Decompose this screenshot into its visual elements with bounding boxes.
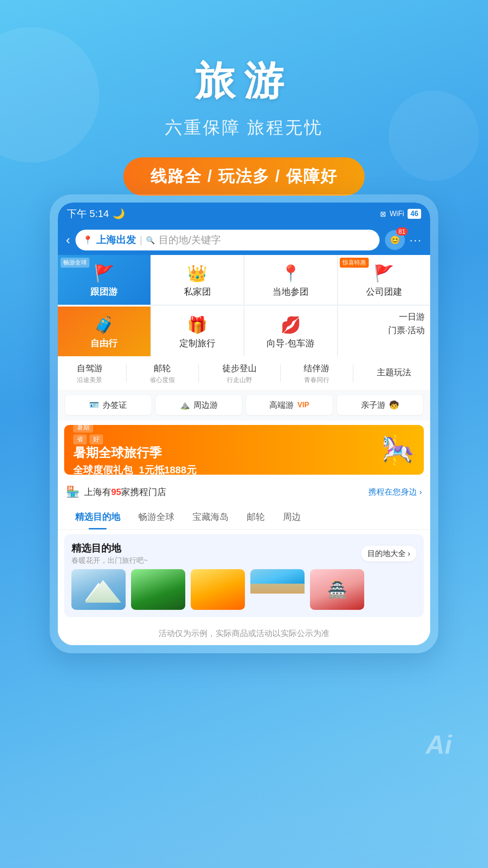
badge-world-tour: 畅游全球 [61,258,89,268]
category-grid-row1: 畅游全球 🚩 跟团游 👑 私家团 📍 当地参团 惊喜特惠 🚩 公司团建 [58,255,430,306]
group-tour-icon: 🚩 [94,264,114,283]
dest-section: 精选目的地 春暖花开，出门旅行吧~ 目的地大全 › [64,534,424,617]
search-destination[interactable]: 目的地/关键字 [159,233,372,247]
private-tour-label: 私家团 [184,286,211,298]
status-bar-right: ⊠ WiFi 46 [380,209,421,219]
tab-island[interactable]: 宝藏海岛 [183,505,238,529]
group-tour-label: 跟团游 [90,286,117,298]
ai-watermark: Ai [426,729,452,760]
screen-icon: ⊠ [380,210,386,218]
tag-luxury[interactable]: 高端游 VIP [246,395,333,415]
category-private-tour[interactable]: 👑 私家团 [151,255,244,305]
badge-special: 惊喜特惠 [340,258,369,268]
corp-tour-label: 公司团建 [366,286,402,298]
category-corp-tour[interactable]: 惊喜特惠 🚩 公司团建 [338,255,431,305]
dest-thumb-city[interactable] [191,569,245,610]
banner-title: 暑期全球旅行季 [73,444,197,462]
moon-icon: 🌙 [113,208,125,220]
guide-tour-label: 向导·包车游 [267,337,314,349]
visa-icon: 🪪 [89,400,99,410]
local-tour-label: 当地参团 [272,286,309,298]
search-bar[interactable]: 📍 上海出发 | 🔍 目的地/关键字 [75,230,380,250]
private-tour-icon: 👑 [187,264,207,283]
store-count: 95 [111,487,121,497]
message-badge: 81 [396,227,408,236]
banner-price-text: 全球度假礼包 1元抵1888元 [73,463,197,475]
tags-row: 🪪 办签证 ⛰️ 周边游 高端游 VIP 亲子游 🧒 [58,390,430,420]
nav-right: 😊 81 ··· [385,230,422,250]
tab-world-tour[interactable]: 畅游全球 [129,505,183,529]
dest-all-button[interactable]: 目的地大全 › [361,546,417,561]
nav-theme[interactable]: 主题玩法 [377,367,411,380]
nav-self-drive[interactable]: 自驾游 沿途美景 [77,363,103,384]
store-text: 上海有95家携程门店 [84,486,166,498]
corp-tour-icon: 🚩 [374,264,394,283]
tab-nearby[interactable]: 周边 [274,505,310,529]
status-bar-left: 下午 5:14 🌙 [67,207,125,221]
category-free-travel[interactable]: 🧳 自由行 [58,307,150,356]
tag-nearby[interactable]: ⛰️ 周边游 [156,395,242,415]
hi-label: 😊 [390,235,400,245]
dest-header: 精选目的地 春暖花开，出门旅行吧~ 目的地大全 › [71,542,417,566]
dest-thumb-forest[interactable] [131,569,185,610]
banner-decoration: 🎠 [381,434,415,466]
banner-tag2: 省 [73,434,87,444]
dest-thumbnails: 🏯 [71,569,417,610]
tab-cruise[interactable]: 邮轮 [238,505,274,529]
vip-badge: VIP [297,401,309,409]
tickets-label: 门票·活动 [343,325,425,336]
tag-family[interactable]: 亲子游 🧒 [337,395,423,415]
guide-tour-icon: 💋 [281,316,301,335]
custom-travel-icon: 🎁 [187,316,207,335]
store-info-row: 🏪 上海有95家携程门店 携程在您身边 › [58,479,430,505]
phone-mockup: 下午 5:14 🌙 ⊠ WiFi 46 ‹ 📍 上海出发 | 🔍 目的地/关键字… [50,194,438,653]
phone-inner: 下午 5:14 🌙 ⊠ WiFi 46 ‹ 📍 上海出发 | 🔍 目的地/关键字… [58,203,430,645]
location-icon: 📍 [83,235,93,245]
category-custom-travel[interactable]: 🎁 定制旅行 [151,307,244,356]
local-tour-icon: 📍 [281,264,301,283]
disclaimer: 活动仅为示例，实际商品或活动以实际公示为准 [58,622,430,645]
nearby-icon: ⛰️ [180,400,190,410]
dest-section-title: 精选目的地 [71,542,148,555]
search-mag-icon: 🔍 [146,236,155,245]
tab-selected-dest[interactable]: 精选目的地 [66,505,129,529]
back-button[interactable]: ‹ [66,233,70,247]
category-local-tour[interactable]: 📍 当地参团 [244,255,337,305]
category-guide-tour[interactable]: 💋 向导·包车游 [244,307,337,356]
dest-section-subtitle: 春暖花开，出门旅行吧~ [71,556,148,566]
banner-tag1: 暑期 [73,425,93,433]
banner-tag3: 好 [89,434,103,444]
nav-bar: ‹ 📍 上海出发 | 🔍 目的地/关键字 😊 81 ··· [58,225,430,255]
status-bar: 下午 5:14 🌙 ⊠ WiFi 46 [58,203,430,225]
dest-thumb-temple[interactable]: 🏯 [310,569,364,610]
category-group-tour[interactable]: 畅游全球 🚩 跟团游 [58,255,150,305]
small-nav-row: 自驾游 沿途美景 邮轮 省心度假 徒步登山 行走山野 结伴游 青春同行 主题玩法 [58,357,430,390]
wifi-icon: WiFi [389,210,404,218]
day-tour-label: 一日游 [343,311,425,323]
store-link[interactable]: 携程在您身边 › [368,486,422,497]
category-day-tour[interactable]: 一日游 门票·活动 [338,307,431,356]
more-button[interactable]: ··· [409,233,422,247]
tag-visa[interactable]: 🪪 办签证 [65,395,151,415]
nav-cruise[interactable]: 邮轮 省心度假 [150,363,175,384]
hero-badge[interactable]: 线路全 / 玩法多 / 保障好 [123,157,365,196]
nav-hiking[interactable]: 徒步登山 行走山野 [222,363,257,384]
tabs-row: 精选目的地 畅游全球 宝藏海岛 邮轮 周边 [58,505,430,530]
depart-city[interactable]: 上海出发 [96,233,136,247]
dest-thumb-beach[interactable] [250,569,305,610]
dest-thumb-mountain[interactable] [71,569,126,610]
promo-banner[interactable]: 暑期 省 好 暑期全球旅行季 全球度假礼包 1元抵1888元 🎠 [64,425,424,475]
free-travel-label: 自由行 [90,337,117,349]
battery-display: 46 [408,209,421,219]
free-travel-icon: 🧳 [94,316,114,335]
custom-travel-label: 定制旅行 [179,337,216,349]
nav-companion[interactable]: 结伴游 青春同行 [304,363,329,384]
store-icon: 🏪 [66,486,80,498]
time-display: 下午 5:14 [67,207,109,221]
family-icon: 🧒 [389,400,399,410]
user-avatar[interactable]: 😊 81 [385,230,405,250]
category-grid-row2: 🧳 自由行 🎁 定制旅行 💋 向导·包车游 一日游 门票·活动 [58,307,430,356]
